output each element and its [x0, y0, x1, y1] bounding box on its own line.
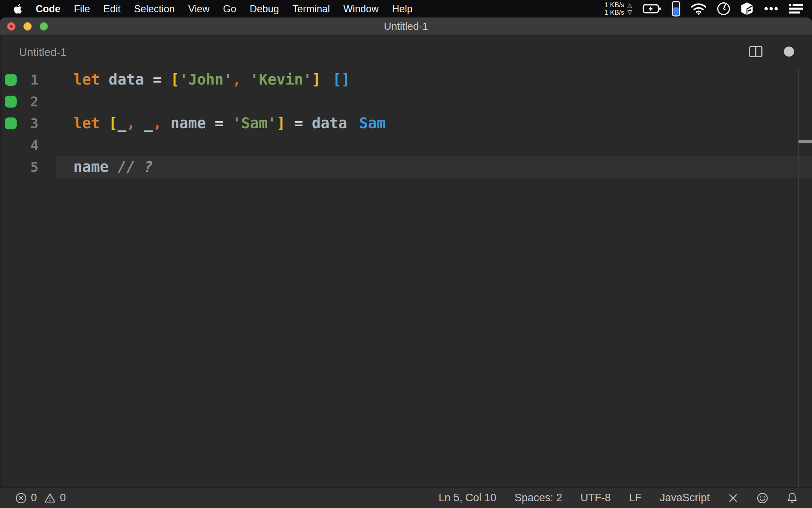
code-line-2[interactable]: 2 [0, 90, 812, 112]
status-item-ln-5-col-10[interactable]: Ln 5, Col 10 [439, 492, 496, 504]
battery-charging-icon[interactable] [642, 2, 661, 15]
status-item-utf-8[interactable]: UTF-8 [580, 492, 611, 504]
inline-value: Sam [359, 115, 386, 132]
notifications-bell-icon[interactable] [787, 492, 798, 504]
warnings-icon[interactable] [44, 492, 56, 504]
window-titlebar[interactable]: Untitled-1 [0, 17, 812, 35]
line-number: 1 [21, 72, 38, 88]
menu-item-debug[interactable]: Debug [250, 3, 279, 15]
wifi-icon[interactable] [691, 3, 707, 15]
window-title: Untitled-1 [0, 17, 812, 35]
menu-item-go[interactable]: Go [223, 3, 236, 15]
code-text: let data = ['John', 'Kevin'][] [73, 71, 350, 88]
gauge-meter-icon[interactable] [672, 1, 680, 17]
errors-icon[interactable] [15, 492, 27, 504]
editor-tab-label[interactable]: Untitled-1 [19, 46, 67, 59]
cube-icon[interactable] [741, 2, 753, 16]
macos-menu-bar: Code FileEditSelectionViewGoDebugTermina… [0, 0, 812, 17]
menu-item-help[interactable]: Help [392, 3, 412, 15]
zoom-button[interactable] [40, 22, 48, 31]
network-speed-indicator[interactable]: 1 KB/s 1 KB/s △▽ [604, 1, 632, 16]
ellipsis-icon[interactable] [764, 6, 779, 11]
code-text: name // ? [73, 158, 153, 175]
status-item-spaces-2[interactable]: Spaces: 2 [515, 492, 562, 504]
editor-content[interactable]: 1let data = ['John', 'Kevin'][]23let [_,… [0, 69, 812, 178]
menu-item-edit[interactable]: Edit [103, 3, 121, 15]
coverage-marker-icon [5, 96, 17, 108]
list-menu-icon[interactable] [789, 3, 803, 14]
status-item-javascript[interactable]: JavaScript [660, 492, 710, 504]
code-line-5[interactable]: 5name // ? [0, 156, 812, 178]
status-bar: 0 0 Ln 5, Col 10Spaces: 2UTF-8LFJavaScri… [0, 487, 812, 508]
network-upload-speed: 1 KB/s [604, 1, 624, 9]
code-line-1[interactable]: 1let data = ['John', 'Kevin'][] [0, 69, 812, 90]
gutter [0, 117, 21, 129]
feedback-smiley-icon[interactable] [756, 492, 768, 504]
menu-item-file[interactable]: File [74, 3, 90, 15]
dirty-file-indicator[interactable] [783, 46, 795, 59]
inline-value: [] [333, 71, 350, 88]
gutter [0, 74, 21, 86]
network-download-speed: 1 KB/s [604, 9, 624, 16]
close-icon[interactable] [728, 493, 738, 503]
code-text: let [_, _, name = 'Sam'] = dataSam [73, 115, 385, 132]
menu-item-view[interactable]: View [188, 3, 210, 15]
vscode-window: Untitled-1 Untitled-1 1let data = ['John… [0, 17, 812, 508]
close-button[interactable] [7, 22, 15, 31]
status-item-lf[interactable]: LF [629, 492, 642, 504]
coverage-marker-icon [5, 74, 17, 86]
gutter [0, 96, 21, 108]
code-line-3[interactable]: 3let [_, _, name = 'Sam'] = dataSam [0, 112, 812, 134]
errors-count[interactable]: 0 [31, 492, 37, 504]
menu-item-terminal[interactable]: Terminal [293, 3, 330, 15]
line-number: 3 [21, 115, 38, 131]
line-number: 4 [21, 137, 38, 153]
coverage-marker-icon [5, 117, 17, 129]
line-number: 2 [21, 94, 38, 110]
menu-item-selection[interactable]: Selection [134, 3, 175, 15]
unsaved-dot [10, 25, 13, 28]
clock-icon[interactable] [717, 2, 730, 15]
warnings-count[interactable]: 0 [60, 492, 66, 504]
split-editor-icon[interactable] [749, 45, 763, 60]
code-line-4[interactable]: 4 [0, 134, 812, 156]
menu-item-code[interactable]: Code [36, 3, 61, 15]
menu-item-window[interactable]: Window [343, 3, 379, 15]
overview-ruler[interactable] [798, 69, 799, 487]
minimize-button[interactable] [23, 22, 32, 31]
overview-ruler-cursor-marker [799, 140, 812, 143]
line-number: 5 [21, 159, 38, 175]
network-arrows-icon: △▽ [627, 2, 632, 16]
apple-logo-icon[interactable] [13, 4, 22, 14]
